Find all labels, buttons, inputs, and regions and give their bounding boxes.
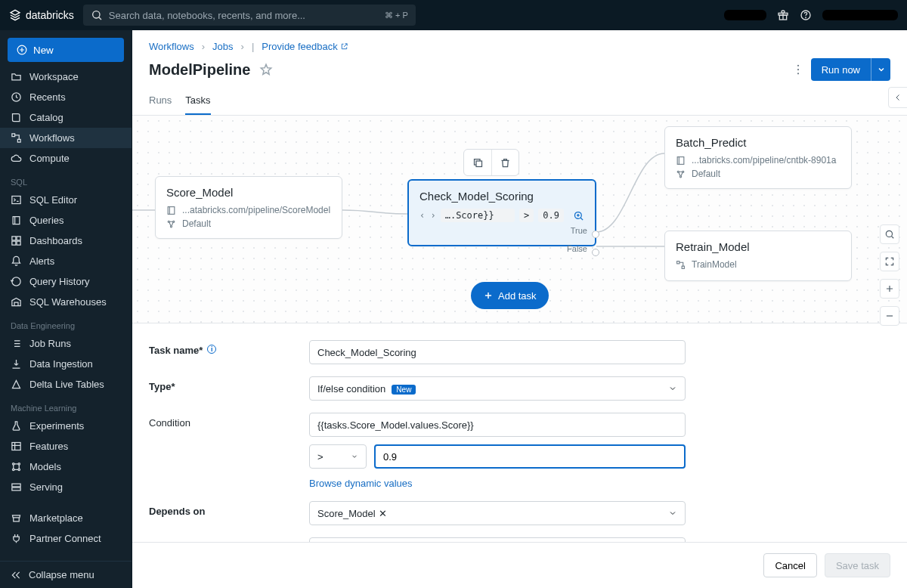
condition-op-select[interactable]: >	[309, 444, 367, 469]
canvas-tools	[880, 224, 899, 326]
shop-icon	[11, 512, 22, 524]
sidebar-item-workflows[interactable]: Workflows	[0, 128, 132, 148]
tab-tasks[interactable]: Tasks	[185, 88, 210, 115]
collapse-menu[interactable]: Collapse menu	[0, 561, 132, 588]
cluster-icon	[166, 219, 176, 229]
svg-rect-10	[12, 237, 16, 240]
kebab-icon[interactable]	[791, 63, 805, 76]
sidebar-item-alerts[interactable]: Alerts	[0, 251, 132, 271]
svg-rect-19	[12, 484, 20, 487]
run-now-dropdown[interactable]	[871, 58, 890, 81]
cancel-button[interactable]: Cancel	[763, 553, 816, 577]
sidebar-item-warehouses[interactable]: SQL Warehouses	[0, 292, 132, 312]
sidebar-item-models[interactable]: Models	[0, 456, 132, 477]
canvas-zoom-in[interactable]	[880, 279, 899, 299]
chevron-down-icon	[877, 65, 886, 74]
condition-value-input[interactable]	[374, 444, 686, 469]
logo[interactable]: databricks	[9, 9, 74, 21]
depends-select[interactable]: Score_Model ✕	[309, 501, 686, 525]
delete-button[interactable]	[491, 150, 519, 175]
sidebar-item-workspace[interactable]: Workspace	[0, 67, 132, 87]
new-button[interactable]: New	[8, 38, 124, 62]
chevron-down-icon	[668, 509, 677, 518]
notebook-icon	[166, 206, 176, 215]
zoom-icon[interactable]	[573, 210, 584, 221]
external-link-icon	[340, 42, 348, 51]
sidebar-item-catalog[interactable]: Catalog	[0, 107, 132, 128]
dag-canvas[interactable]: Score_Model ...atabricks.com/pipeline/Sc…	[132, 116, 907, 323]
breadcrumbs: Workflows › Jobs › | Provide feedback	[132, 30, 907, 55]
minus-icon	[884, 311, 895, 321]
form-footer: Cancel Save task	[132, 542, 907, 588]
svg-point-21	[797, 65, 799, 67]
plus-icon	[884, 283, 895, 294]
sidebar-item-compute[interactable]: Compute	[0, 148, 132, 169]
crumb-workflows[interactable]: Workflows	[149, 41, 194, 52]
chevron-down-icon	[668, 384, 677, 393]
save-task-button[interactable]: Save task	[825, 553, 890, 577]
add-task-button[interactable]: Add task	[471, 282, 549, 309]
task-form: Task name*i Type* If/else conditionNew C…	[132, 323, 907, 542]
browse-values-link[interactable]: Browse dynamic values	[309, 478, 413, 489]
chevron-down-icon	[351, 453, 358, 460]
svg-rect-30	[677, 156, 684, 164]
sidebar-item-ingestion[interactable]: Data Ingestion	[0, 354, 132, 374]
sidebar-item-dashboards[interactable]: Dashboards	[0, 231, 132, 251]
svg-rect-12	[12, 241, 16, 245]
sidebar-item-recents[interactable]: Recents	[0, 87, 132, 107]
plus-icon	[483, 290, 494, 301]
sidebar-item-features[interactable]: Features	[0, 436, 132, 456]
tab-runs[interactable]: Runs	[149, 88, 172, 115]
canvas-fit[interactable]	[880, 252, 899, 271]
sidebar-item-jobruns[interactable]: Job Runs	[0, 333, 132, 354]
svg-point-0	[92, 11, 99, 18]
task-name-input[interactable]	[309, 340, 686, 364]
node-check-scoring[interactable]: Check_Model_Scoring ‹ › ….Score}} > 0.9 …	[407, 179, 596, 246]
star-icon[interactable]	[259, 63, 273, 76]
sidebar-item-queries[interactable]: Queries	[0, 210, 132, 231]
svg-point-22	[797, 69, 799, 70]
book-icon	[11, 112, 22, 123]
node-score-model[interactable]: Score_Model ...atabricks.com/pipeline/Sc…	[155, 176, 342, 239]
search-icon	[91, 9, 103, 21]
svg-rect-8	[17, 139, 20, 142]
node-batch-predict[interactable]: Batch_Predict ...tabricks.com/pipeline/c…	[664, 126, 852, 189]
sidebar-item-query-history[interactable]: Query History	[0, 271, 132, 292]
node-retrain-model[interactable]: Retrain_Model TrainModel	[664, 231, 852, 281]
condition-expr-input[interactable]	[309, 413, 686, 437]
svg-rect-7	[12, 134, 15, 137]
canvas-search[interactable]	[880, 224, 899, 244]
help-icon[interactable]	[800, 9, 812, 21]
remove-chip-icon[interactable]: ✕	[379, 508, 387, 519]
svg-point-15	[13, 463, 15, 466]
sidebar-item-dlt[interactable]: Delta Live Tables	[0, 374, 132, 395]
node-title: Batch_Predict	[676, 136, 840, 149]
title-row: ModelPipeline Run now	[132, 55, 907, 88]
flask-icon	[11, 420, 22, 432]
code-icon: ‹ ›	[419, 210, 436, 221]
list-icon	[11, 338, 22, 349]
sidebar-item-serving[interactable]: Serving	[0, 477, 132, 497]
brand-text: databricks	[26, 9, 74, 21]
side-panel-toggle[interactable]	[888, 87, 907, 108]
sidebar-item-partner[interactable]: Partner Connect	[0, 528, 132, 549]
sidebar-item-experiments[interactable]: Experiments	[0, 416, 132, 436]
feedback-link[interactable]: Provide feedback	[262, 41, 348, 52]
section-de: Data Engineering	[0, 312, 132, 333]
svg-rect-14	[12, 443, 20, 450]
global-search[interactable]: Search data, notebooks, recents, and mor…	[83, 5, 416, 26]
runif-select[interactable]: All succeeded	[309, 537, 686, 542]
clock-icon	[11, 91, 22, 103]
gift-icon[interactable]	[777, 9, 789, 21]
info-icon[interactable]: i	[207, 345, 216, 354]
crumb-jobs[interactable]: Jobs	[212, 41, 233, 52]
copy-button[interactable]	[464, 150, 491, 175]
topbar-right	[724, 9, 898, 21]
task-name-label: Task name*i	[149, 340, 309, 364]
run-now-button[interactable]: Run now	[811, 58, 871, 81]
sidebar-item-marketplace[interactable]: Marketplace	[0, 508, 132, 528]
type-select[interactable]: If/else conditionNew	[309, 376, 686, 401]
delta-icon	[11, 379, 22, 390]
sidebar-item-sql-editor[interactable]: SQL Editor	[0, 190, 132, 210]
svg-point-23	[797, 73, 799, 74]
